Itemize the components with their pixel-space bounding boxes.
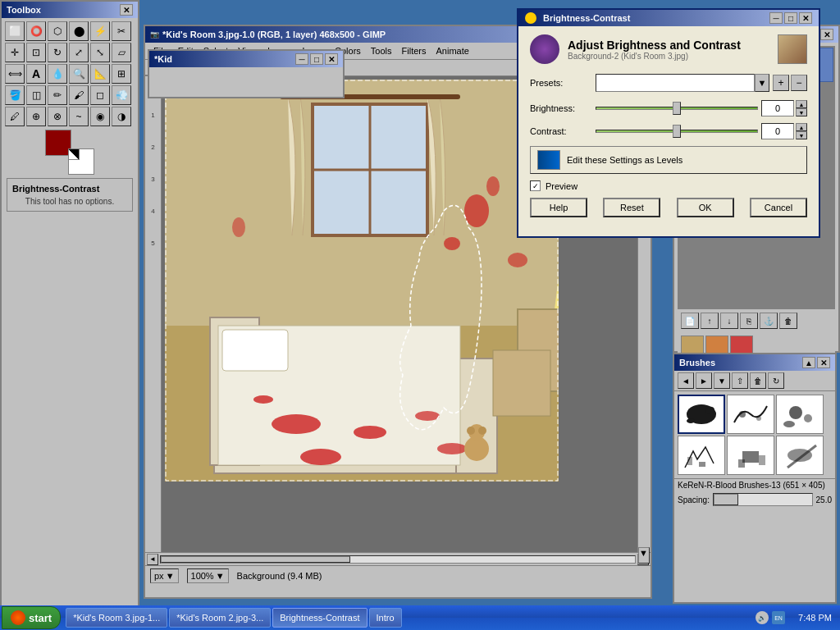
tool-dodge-burn[interactable]: ◑: [112, 107, 131, 126]
gimp-second-close[interactable]: ✕: [325, 53, 338, 65]
h-scroll-thumb[interactable]: [161, 556, 350, 563]
tool-perspective[interactable]: ▱: [112, 43, 131, 62]
tool-crop[interactable]: ⊡: [26, 43, 46, 62]
tool-eraser[interactable]: ◻: [90, 85, 110, 105]
brush-item-6[interactable]: [776, 436, 824, 475]
tool-bucket-fill[interactable]: 🪣: [5, 85, 25, 105]
brush-refresh[interactable]: ↻: [768, 372, 784, 389]
brush-nav-right[interactable]: ►: [696, 372, 712, 389]
swap-colors-button[interactable]: [68, 148, 80, 160]
svg-rect-42: [699, 462, 705, 467]
tool-fuzzy-select[interactable]: ⬤: [69, 21, 89, 41]
tool-ink[interactable]: 🖊: [5, 107, 25, 126]
menu-filters[interactable]: Filters: [397, 44, 431, 57]
tool-scale[interactable]: ⤢: [69, 43, 89, 62]
color-swatch-1[interactable]: [681, 336, 704, 354]
tool-paintbrush[interactable]: 🖌: [69, 85, 89, 105]
contrast-slider-thumb[interactable]: [673, 125, 681, 138]
zoom-control[interactable]: 100% ▼: [187, 568, 229, 583]
presets-delete-button[interactable]: −: [791, 75, 807, 91]
brush-preview-5: [730, 439, 771, 472]
brush-item-2[interactable]: [727, 395, 774, 434]
tool-ellipse-select[interactable]: ⭕: [26, 21, 46, 41]
tool-smudge[interactable]: ~: [69, 107, 89, 126]
color-swatch-2[interactable]: [705, 336, 728, 354]
brush-item-1[interactable]: [678, 395, 725, 434]
lower-layer-button[interactable]: ↓: [720, 313, 738, 329]
presets-add-button[interactable]: +: [773, 75, 789, 91]
toolbox-close-button[interactable]: ✕: [120, 4, 133, 16]
brush-delete[interactable]: 🗑: [750, 372, 766, 389]
contrast-spin-up[interactable]: ▲: [796, 123, 807, 131]
help-button[interactable]: Help: [530, 198, 587, 217]
tool-rect-select[interactable]: ⬜: [5, 21, 25, 41]
brushes-close[interactable]: ✕: [817, 357, 830, 368]
spacing-slider[interactable]: [713, 493, 813, 506]
taskbar-item-1[interactable]: *Kid's Room 2.jpg-3...: [169, 608, 271, 628]
tool-flip[interactable]: ⟺: [5, 64, 25, 84]
menu-animate[interactable]: Animate: [431, 44, 473, 57]
h-scroll-left[interactable]: ◄: [147, 554, 158, 565]
taskbar-item-label-0: *Kid's Room 3.jpg-1...: [73, 613, 160, 623]
new-layer-button[interactable]: 📄: [681, 313, 699, 329]
tool-rotate[interactable]: ↻: [48, 43, 67, 62]
tool-shear[interactable]: ⤡: [90, 43, 110, 62]
tool-free-select[interactable]: ⬡: [48, 21, 67, 41]
tool-airbrush[interactable]: 💨: [112, 85, 131, 105]
edit-levels-button[interactable]: Edit these Settings as Levels: [530, 146, 807, 174]
tool-select-by-color[interactable]: ⚡: [90, 21, 110, 41]
anchor-layer-button[interactable]: ⚓: [760, 313, 778, 329]
brush-nav-down[interactable]: ▼: [714, 372, 730, 389]
brightness-spin-down[interactable]: ▼: [796, 108, 807, 116]
v-scroll-down[interactable]: ▼: [638, 547, 650, 552]
color-swatch-3[interactable]: [730, 336, 753, 354]
duplicate-layer-button[interactable]: ⎘: [740, 313, 758, 329]
presets-dropdown[interactable]: [596, 74, 755, 92]
taskbar-item-0[interactable]: *Kid's Room 3.jpg-1...: [66, 608, 167, 628]
gimp-second-maximize[interactable]: □: [310, 53, 323, 65]
svg-point-39: [789, 406, 802, 419]
cancel-button[interactable]: Cancel: [750, 198, 807, 217]
tool-color-picker[interactable]: 💧: [48, 64, 67, 84]
presets-dropdown-arrow[interactable]: ▼: [755, 74, 769, 92]
bc-minimize-button[interactable]: ─: [769, 12, 783, 24]
brush-item-5[interactable]: [727, 436, 774, 475]
tool-scissors[interactable]: ✂: [112, 21, 131, 41]
brightness-slider-thumb[interactable]: [673, 102, 681, 115]
preview-checkbox[interactable]: ✓: [530, 180, 541, 191]
tool-pencil[interactable]: ✏: [48, 85, 67, 105]
right-panel-close[interactable]: ✕: [820, 29, 833, 40]
start-button[interactable]: start: [2, 606, 61, 629]
brush-item-3[interactable]: [776, 395, 824, 434]
brightness-row: Brightness: 0 ▲ ▼: [530, 100, 807, 116]
tool-blur-sharpen[interactable]: ◉: [90, 107, 110, 126]
reset-button[interactable]: Reset: [603, 198, 660, 217]
raise-layer-button[interactable]: ↑: [701, 313, 719, 329]
delete-layer-button[interactable]: 🗑: [779, 313, 797, 329]
tool-text[interactable]: A: [26, 64, 46, 84]
brush-item-4[interactable]: [678, 436, 725, 475]
brightness-value[interactable]: 0: [761, 100, 794, 116]
spacing-thumb[interactable]: [714, 494, 738, 505]
tool-heal[interactable]: ⊗: [48, 107, 67, 126]
brushes-expand[interactable]: ▲: [802, 357, 815, 368]
brightness-spin-up[interactable]: ▲: [796, 100, 807, 108]
horizontal-scrollbar[interactable]: ◄ ►: [145, 552, 651, 565]
tool-blend[interactable]: ◫: [26, 85, 46, 105]
tool-move[interactable]: ✛: [5, 43, 25, 62]
tool-measure[interactable]: 📐: [90, 64, 110, 84]
contrast-spin-down[interactable]: ▼: [796, 131, 807, 139]
contrast-value[interactable]: 0: [761, 123, 794, 139]
menu-tools[interactable]: Tools: [366, 44, 397, 57]
gimp-second-minimize[interactable]: ─: [295, 53, 308, 65]
ok-button[interactable]: OK: [677, 198, 734, 217]
tool-align[interactable]: ⊞: [112, 64, 131, 84]
brush-nav-left[interactable]: ◄: [678, 372, 694, 389]
tool-magnify[interactable]: 🔍: [69, 64, 89, 84]
taskbar-item-2[interactable]: Brightness-Contrast: [272, 608, 367, 628]
bc-close-button[interactable]: ✕: [799, 12, 812, 24]
taskbar-item-3[interactable]: Intro: [369, 608, 402, 628]
bc-maximize-button[interactable]: □: [784, 12, 797, 24]
brush-nav-up2[interactable]: ⇧: [732, 372, 748, 389]
tool-clone[interactable]: ⊕: [26, 107, 46, 126]
